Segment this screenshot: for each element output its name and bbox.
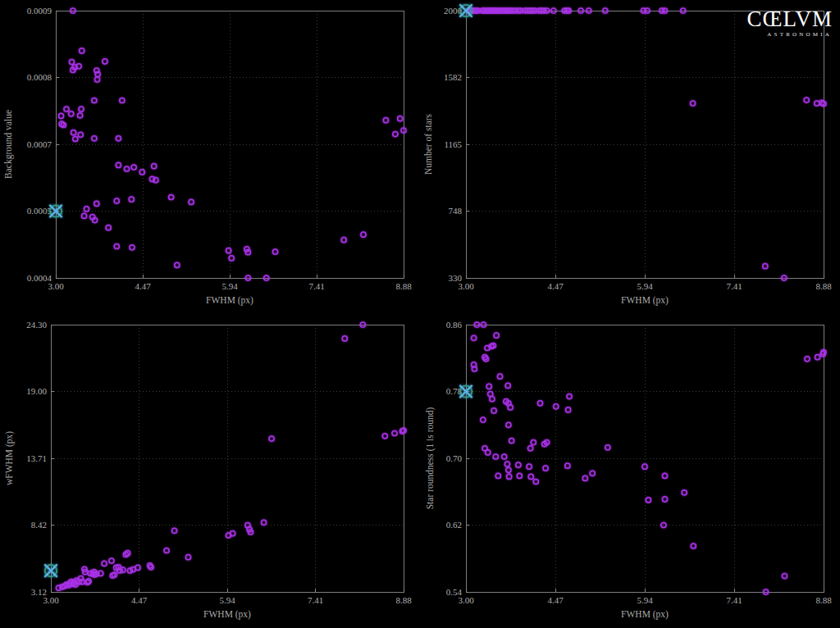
- data-point[interactable]: [116, 162, 121, 167]
- data-point[interactable]: [517, 473, 522, 478]
- data-point[interactable]: [505, 383, 510, 388]
- data-point[interactable]: [502, 454, 507, 459]
- data-point[interactable]: [92, 98, 97, 102]
- plot-star-roundness[interactable]: 3.000.544.470.625.940.707.410.788.880.86…: [420, 314, 840, 628]
- data-point[interactable]: [78, 113, 83, 118]
- data-point[interactable]: [504, 462, 509, 466]
- data-point[interactable]: [509, 439, 514, 444]
- data-point[interactable]: [590, 471, 595, 476]
- data-point[interactable]: [662, 497, 667, 502]
- data-point[interactable]: [103, 59, 107, 64]
- data-point[interactable]: [84, 207, 89, 212]
- data-point[interactable]: [130, 245, 135, 250]
- data-point[interactable]: [531, 440, 536, 445]
- data-point[interactable]: [398, 116, 403, 121]
- data-point[interactable]: [486, 384, 491, 389]
- data-point[interactable]: [69, 60, 74, 65]
- data-point[interactable]: [69, 111, 74, 116]
- data-point[interactable]: [815, 355, 820, 360]
- data-point[interactable]: [565, 463, 570, 468]
- data-point[interactable]: [691, 544, 696, 548]
- data-point[interactable]: [124, 166, 129, 171]
- data-point[interactable]: [605, 445, 610, 450]
- data-point[interactable]: [486, 450, 491, 455]
- data-point[interactable]: [506, 422, 511, 427]
- data-point[interactable]: [341, 238, 346, 243]
- data-point[interactable]: [129, 197, 134, 202]
- data-point[interactable]: [92, 136, 97, 141]
- data-point[interactable]: [229, 256, 234, 261]
- data-point[interactable]: [269, 436, 274, 441]
- data-point[interactable]: [782, 574, 787, 579]
- data-point[interactable]: [78, 132, 83, 137]
- data-point[interactable]: [172, 528, 177, 533]
- data-point[interactable]: [804, 98, 809, 102]
- data-point[interactable]: [175, 262, 180, 267]
- data-point[interactable]: [507, 474, 512, 479]
- data-point[interactable]: [682, 490, 687, 495]
- data-point[interactable]: [488, 392, 493, 397]
- data-point[interactable]: [392, 430, 397, 435]
- data-point[interactable]: [131, 165, 136, 170]
- data-point[interactable]: [139, 170, 144, 175]
- data-point[interactable]: [80, 48, 84, 53]
- data-point[interactable]: [582, 476, 587, 480]
- data-point[interactable]: [106, 225, 111, 230]
- data-point[interactable]: [94, 201, 99, 206]
- data-point[interactable]: [86, 579, 91, 584]
- data-point[interactable]: [543, 466, 548, 471]
- data-point[interactable]: [185, 555, 190, 560]
- data-point[interactable]: [527, 464, 532, 469]
- data-point[interactable]: [82, 213, 87, 218]
- data-point[interactable]: [245, 250, 250, 255]
- data-point[interactable]: [135, 565, 140, 570]
- data-point[interactable]: [567, 394, 572, 399]
- data-point[interactable]: [226, 248, 231, 253]
- plot-background-value[interactable]: 3.000.00044.470.00055.940.00077.410.0008…: [0, 0, 420, 314]
- data-point[interactable]: [494, 333, 499, 338]
- data-point[interactable]: [495, 473, 500, 478]
- data-point[interactable]: [491, 408, 496, 413]
- data-point[interactable]: [342, 336, 347, 341]
- data-point[interactable]: [537, 401, 542, 406]
- data-point[interactable]: [662, 473, 667, 478]
- data-point[interactable]: [516, 462, 521, 467]
- data-point[interactable]: [120, 98, 125, 102]
- data-point[interactable]: [528, 446, 533, 451]
- data-point[interactable]: [79, 107, 84, 111]
- data-point[interactable]: [566, 407, 571, 412]
- data-point[interactable]: [169, 194, 174, 199]
- data-point[interactable]: [506, 467, 511, 472]
- data-point[interactable]: [691, 101, 696, 106]
- data-point[interactable]: [262, 520, 267, 525]
- data-point[interactable]: [383, 118, 388, 123]
- plot-number-of-stars[interactable]: 3.003304.477485.9411657.4115828.882000FW…: [420, 0, 840, 314]
- data-point[interactable]: [94, 77, 99, 82]
- data-point[interactable]: [189, 199, 194, 204]
- data-point[interactable]: [472, 335, 477, 340]
- data-point[interactable]: [393, 132, 398, 137]
- data-point[interactable]: [763, 264, 768, 269]
- data-point[interactable]: [805, 357, 810, 362]
- data-point[interactable]: [528, 474, 533, 479]
- data-point[interactable]: [642, 464, 647, 469]
- data-point[interactable]: [481, 417, 486, 422]
- plot-wfwhm[interactable]: 3.003.124.478.425.9413.717.4119.008.8824…: [0, 314, 420, 628]
- data-point[interactable]: [114, 198, 119, 203]
- data-point[interactable]: [244, 247, 249, 252]
- data-point[interactable]: [102, 561, 107, 566]
- data-point[interactable]: [646, 498, 651, 503]
- data-point[interactable]: [815, 101, 819, 106]
- data-point[interactable]: [71, 130, 76, 135]
- data-point[interactable]: [109, 558, 114, 563]
- data-point[interactable]: [490, 397, 495, 402]
- data-point[interactable]: [497, 374, 502, 379]
- data-point[interactable]: [533, 479, 538, 484]
- data-point[interactable]: [58, 113, 63, 118]
- data-point[interactable]: [152, 164, 157, 169]
- data-point[interactable]: [73, 136, 78, 141]
- data-point[interactable]: [64, 107, 69, 111]
- data-point[interactable]: [272, 249, 277, 254]
- data-point[interactable]: [382, 434, 387, 439]
- data-point[interactable]: [361, 232, 366, 237]
